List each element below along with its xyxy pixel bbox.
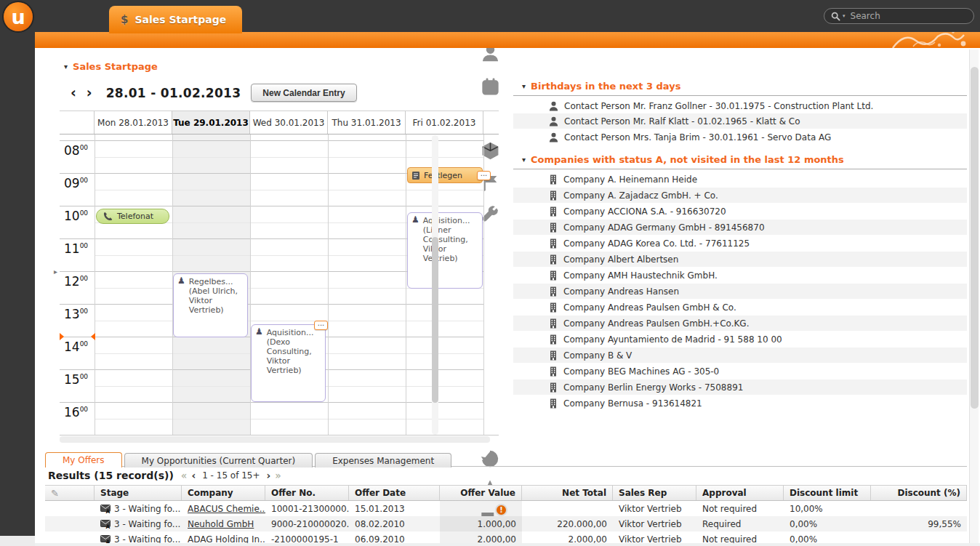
offer-no: 10001-21300000... xyxy=(265,501,349,516)
hour-row xyxy=(60,402,483,435)
company-link[interactable]: Neuhold GmbH xyxy=(188,519,254,529)
company-item[interactable]: Company Andreas Paulsen GmbH.+Co.KG. xyxy=(513,316,967,331)
stage-text: 3 - Waiting fo... xyxy=(114,519,180,529)
event-aquisition-dexo[interactable]: ♟ Aquisition... (Dexo Consulting, Viktor… xyxy=(251,324,326,402)
pager-range-label: 1 - 15 of 15+ xyxy=(202,470,260,481)
company-building-icon xyxy=(549,334,558,345)
company-building-icon xyxy=(549,350,558,361)
bottom-scrollbar-strip[interactable] xyxy=(35,543,980,546)
net-total: 220.000,00 xyxy=(522,516,613,531)
company-item[interactable]: Company ADAG Germany GmbH - 891456870 xyxy=(513,220,967,235)
day-header-stub xyxy=(483,111,499,134)
company-item[interactable]: Company Albert Albertsen xyxy=(513,252,967,267)
app-logo[interactable]: u xyxy=(4,2,33,31)
event-festlegen[interactable]: Festlegen ... xyxy=(407,167,483,183)
company-text: Company Berlin Energy Works - 7508891 xyxy=(563,382,743,393)
task-note-icon xyxy=(411,171,420,180)
company-item[interactable]: Company ACCIONA S.A. - 916630720 xyxy=(513,204,967,219)
event-more-button[interactable]: ... xyxy=(477,171,491,180)
discount-pct: 99,55% xyxy=(871,516,967,531)
table-row[interactable]: A3 - Waiting fo... ABACUS Chemie... 1000… xyxy=(45,501,967,516)
panel-collapse-handle[interactable]: ▸ xyxy=(54,268,57,276)
company-item[interactable]: Company AMH Haustechnik GmbH. xyxy=(513,268,967,283)
person-pin-icon: ♟ xyxy=(177,277,185,285)
company-item[interactable]: Company Berlin Energy Works - 7508891 xyxy=(513,380,967,395)
company-building-icon xyxy=(549,286,558,297)
discount-limit: 0,00% xyxy=(784,516,871,531)
company-building-icon xyxy=(549,366,558,377)
offers-table-header: ✎ Stage Company Offer No. Offer Date Off… xyxy=(45,485,967,501)
col-offer-date[interactable]: Offer Date xyxy=(349,486,440,500)
prev-week-button[interactable]: ‹ xyxy=(65,86,81,100)
company-item[interactable]: Company Andreas Paulsen GmbH & Co. xyxy=(513,300,967,315)
event-more-button[interactable]: ... xyxy=(314,321,328,330)
companies-title: Companies with status A, not visited in … xyxy=(531,154,844,165)
company-item[interactable]: Company BEG Machines AG - 305-0 xyxy=(513,364,967,379)
day-header-thu: Thu 31.01.2013 xyxy=(328,111,406,134)
birthday-item[interactable]: Contact Person Mr. Franz Gollner - 30.01… xyxy=(513,98,967,113)
offer-value: 1.000,00 xyxy=(440,516,522,531)
company-text: Company AMH Haustechnik GmbH. xyxy=(563,270,718,281)
company-item[interactable]: Company A. Zajadacz GmbH. + Co. xyxy=(513,188,967,203)
company-item[interactable]: Company Bernusa - 913614821 xyxy=(513,396,967,411)
company-item[interactable]: Company B & V xyxy=(513,348,967,363)
current-time-marker-right xyxy=(87,333,95,340)
col-discount-limit[interactable]: Discount limit xyxy=(784,486,871,500)
company-item[interactable]: Company Andreas Hansen xyxy=(513,284,967,299)
chevron-down-icon[interactable]: ▾ xyxy=(522,156,526,164)
company-item[interactable]: Company A. Heinemann Heide xyxy=(513,172,967,187)
stage-envelope-icon: A xyxy=(100,520,111,529)
sidebar-item-calendar[interactable] xyxy=(479,76,501,97)
company-item[interactable]: Company Ayuntamiento de Madrid - 91 588 … xyxy=(513,332,967,347)
search-input[interactable] xyxy=(851,11,960,21)
col-sales-rep[interactable]: Sales Rep xyxy=(613,486,696,500)
next-week-button[interactable]: › xyxy=(81,86,97,100)
company-building-icon xyxy=(549,398,558,409)
company-text: Company Ayuntamiento de Madrid - 91 588 … xyxy=(563,334,782,345)
page-scrollbar-thumb[interactable] xyxy=(971,67,979,409)
new-calendar-entry-button[interactable]: New Calendar Entry xyxy=(251,84,356,102)
table-row[interactable]: A3 - Waiting fo... Neuhold GmbH 9000-210… xyxy=(45,516,967,531)
company-link[interactable]: ABACUS Chemie... xyxy=(188,504,265,514)
event-telefonat[interactable]: Telefonat xyxy=(96,209,169,224)
pager-next-button[interactable]: › xyxy=(267,470,271,481)
search-scope-caret-icon[interactable]: ▾ xyxy=(843,13,846,19)
tab-my-opportunities[interactable]: My Opportunities (Current Quarter) xyxy=(124,453,313,467)
calendar-scrollbar[interactable] xyxy=(432,135,438,435)
col-stage[interactable]: Stage xyxy=(95,486,182,500)
event-aquisition-linner[interactable]: ♟ Aquisition... (Linner Consulting, Vikt… xyxy=(407,212,483,289)
calendar-horizontal-scrollbar[interactable] xyxy=(60,436,490,443)
event-label: Telefonat xyxy=(117,212,153,221)
col-approval[interactable]: Approval xyxy=(696,486,784,500)
col-company[interactable]: Company xyxy=(182,486,265,500)
col-offer-value[interactable]: Offer Value xyxy=(440,486,522,500)
event-regelbes[interactable]: ♟ Regelbes... (Abel Ulrich, Viktor Vertr… xyxy=(173,273,248,337)
page-scrollbar[interactable] xyxy=(969,49,979,546)
sales-rep: Viktor Vertrieb xyxy=(613,516,696,531)
company-text: Company B & V xyxy=(563,350,632,361)
orange-ribbon xyxy=(35,32,980,48)
col-discount-pct[interactable]: Discount (%) xyxy=(871,486,967,500)
chevron-down-icon[interactable]: ▾ xyxy=(64,63,68,71)
offer-no: 9000-210000020... xyxy=(265,516,349,531)
tab-my-offers[interactable]: My Offers xyxy=(45,452,122,467)
tab-expenses-management[interactable]: Expenses Management xyxy=(315,453,451,467)
col-net-total[interactable]: Net Total xyxy=(522,486,613,500)
stage-text: 3 - Waiting fo... xyxy=(114,504,180,514)
global-search[interactable]: ▾ xyxy=(824,8,974,24)
pager-prev-button[interactable]: ‹ xyxy=(191,470,196,481)
tab-sales-startpage[interactable]: $ Sales Startpage xyxy=(109,6,242,33)
time-label: 1400 xyxy=(64,340,88,354)
pager-last-button[interactable]: » xyxy=(275,470,281,481)
calendar-scrollbar-thumb[interactable] xyxy=(432,237,438,403)
birthday-item[interactable]: Contact Person Mrs. Tanja Brim - 30.01.1… xyxy=(513,129,967,145)
offer-date: 15.01.2013 xyxy=(349,501,440,516)
col-offer-no[interactable]: Offer No. xyxy=(265,486,349,500)
chevron-down-icon[interactable]: ▾ xyxy=(522,82,526,90)
company-building-icon xyxy=(549,206,558,217)
column-separator xyxy=(328,135,329,435)
approval: Not required xyxy=(696,501,784,516)
pager-first-button[interactable]: « xyxy=(181,470,188,481)
birthday-item[interactable]: Contact Person Mr. Ralf Klatt - 01.02.19… xyxy=(513,113,967,129)
company-item[interactable]: Company ADAG Korea Co. Ltd. - 77611125 xyxy=(513,236,967,251)
